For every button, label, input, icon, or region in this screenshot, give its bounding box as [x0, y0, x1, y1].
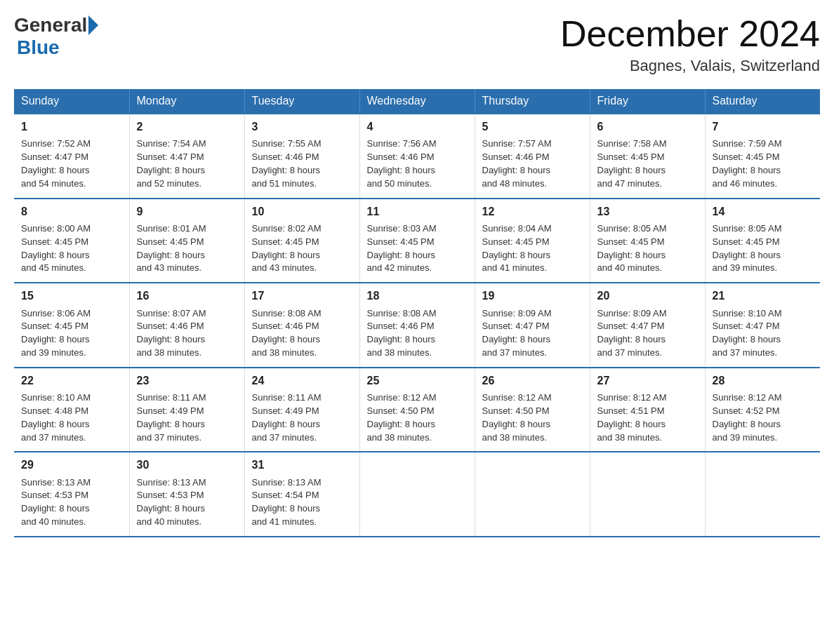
week-row-4: 22Sunrise: 8:10 AM Sunset: 4:48 PM Dayli… [14, 368, 820, 452]
day-cell: 9Sunrise: 8:01 AM Sunset: 4:45 PM Daylig… [129, 199, 244, 283]
day-cell: 30Sunrise: 8:13 AM Sunset: 4:53 PM Dayli… [129, 452, 244, 537]
day-number: 9 [137, 203, 237, 220]
header-saturday: Saturday [705, 89, 820, 114]
day-cell: 13Sunrise: 8:05 AM Sunset: 4:45 PM Dayli… [590, 199, 705, 283]
logo: General Blue [14, 14, 100, 59]
day-cell: 1Sunrise: 7:52 AM Sunset: 4:47 PM Daylig… [14, 114, 129, 199]
day-number: 7 [713, 119, 814, 135]
day-cell: 10Sunrise: 8:02 AM Sunset: 4:45 PM Dayli… [244, 199, 359, 283]
day-info: Sunrise: 7:52 AM Sunset: 4:47 PM Dayligh… [21, 137, 122, 190]
day-info: Sunrise: 8:11 AM Sunset: 4:49 PM Dayligh… [252, 391, 352, 444]
day-cell [705, 452, 820, 537]
header-friday: Friday [590, 89, 705, 114]
day-cell: 14Sunrise: 8:05 AM Sunset: 4:45 PM Dayli… [705, 199, 820, 283]
day-info: Sunrise: 8:02 AM Sunset: 4:45 PM Dayligh… [252, 222, 352, 275]
location: Bagnes, Valais, Switzerland [560, 57, 820, 75]
day-number: 27 [597, 373, 698, 389]
logo-general-text: General [14, 14, 87, 36]
day-cell: 5Sunrise: 7:57 AM Sunset: 4:46 PM Daylig… [475, 114, 590, 199]
month-title: December 2024 [560, 14, 820, 54]
header-monday: Monday [129, 89, 244, 114]
day-cell: 24Sunrise: 8:11 AM Sunset: 4:49 PM Dayli… [244, 368, 359, 452]
title-area: December 2024 Bagnes, Valais, Switzerlan… [560, 14, 820, 75]
day-info: Sunrise: 8:01 AM Sunset: 4:45 PM Dayligh… [137, 222, 237, 275]
header-wednesday: Wednesday [359, 89, 475, 114]
day-number: 19 [482, 288, 583, 304]
day-info: Sunrise: 8:13 AM Sunset: 4:53 PM Dayligh… [137, 476, 237, 529]
day-info: Sunrise: 8:08 AM Sunset: 4:46 PM Dayligh… [252, 307, 352, 360]
day-info: Sunrise: 7:58 AM Sunset: 4:45 PM Dayligh… [597, 137, 698, 190]
day-cell: 19Sunrise: 8:09 AM Sunset: 4:47 PM Dayli… [475, 283, 590, 368]
day-cell: 16Sunrise: 8:07 AM Sunset: 4:46 PM Dayli… [129, 283, 244, 368]
week-row-2: 8Sunrise: 8:00 AM Sunset: 4:45 PM Daylig… [14, 199, 820, 283]
day-info: Sunrise: 8:06 AM Sunset: 4:45 PM Dayligh… [21, 307, 122, 360]
day-cell: 7Sunrise: 7:59 AM Sunset: 4:45 PM Daylig… [705, 114, 820, 199]
day-number: 30 [137, 457, 237, 473]
day-cell: 27Sunrise: 8:12 AM Sunset: 4:51 PM Dayli… [590, 368, 705, 452]
page-header: General Blue December 2024 Bagnes, Valai… [14, 14, 820, 75]
day-info: Sunrise: 8:09 AM Sunset: 4:47 PM Dayligh… [597, 307, 698, 360]
day-cell: 3Sunrise: 7:55 AM Sunset: 4:46 PM Daylig… [244, 114, 359, 199]
week-row-5: 29Sunrise: 8:13 AM Sunset: 4:53 PM Dayli… [14, 452, 820, 537]
day-number: 31 [252, 457, 352, 473]
day-info: Sunrise: 7:56 AM Sunset: 4:46 PM Dayligh… [367, 137, 468, 190]
day-info: Sunrise: 8:05 AM Sunset: 4:45 PM Dayligh… [597, 222, 698, 275]
day-number: 15 [21, 288, 122, 304]
day-number: 1 [21, 119, 122, 135]
day-info: Sunrise: 7:54 AM Sunset: 4:47 PM Dayligh… [137, 137, 237, 190]
day-info: Sunrise: 8:10 AM Sunset: 4:48 PM Dayligh… [21, 391, 122, 444]
day-info: Sunrise: 8:10 AM Sunset: 4:47 PM Dayligh… [713, 307, 814, 360]
day-info: Sunrise: 8:04 AM Sunset: 4:45 PM Dayligh… [482, 222, 583, 275]
day-info: Sunrise: 8:07 AM Sunset: 4:46 PM Dayligh… [137, 307, 237, 360]
day-number: 17 [252, 288, 352, 304]
day-number: 24 [252, 373, 352, 389]
day-cell: 17Sunrise: 8:08 AM Sunset: 4:46 PM Dayli… [244, 283, 359, 368]
day-number: 8 [21, 203, 122, 220]
calendar-table: SundayMondayTuesdayWednesdayThursdayFrid… [14, 89, 820, 537]
day-cell: 25Sunrise: 8:12 AM Sunset: 4:50 PM Dayli… [359, 368, 475, 452]
day-number: 2 [137, 119, 237, 135]
day-info: Sunrise: 8:11 AM Sunset: 4:49 PM Dayligh… [137, 391, 237, 444]
week-row-3: 15Sunrise: 8:06 AM Sunset: 4:45 PM Dayli… [14, 283, 820, 368]
day-cell: 12Sunrise: 8:04 AM Sunset: 4:45 PM Dayli… [475, 199, 590, 283]
day-number: 5 [482, 119, 583, 135]
day-cell: 29Sunrise: 8:13 AM Sunset: 4:53 PM Dayli… [14, 452, 129, 537]
day-cell [590, 452, 705, 537]
day-cell: 21Sunrise: 8:10 AM Sunset: 4:47 PM Dayli… [705, 283, 820, 368]
day-info: Sunrise: 7:57 AM Sunset: 4:46 PM Dayligh… [482, 137, 583, 190]
day-number: 14 [713, 203, 814, 220]
day-info: Sunrise: 8:12 AM Sunset: 4:51 PM Dayligh… [597, 391, 698, 444]
day-number: 13 [597, 203, 698, 220]
day-number: 10 [252, 203, 352, 220]
day-info: Sunrise: 8:12 AM Sunset: 4:50 PM Dayligh… [482, 391, 583, 444]
logo-blue-text: Blue [17, 36, 60, 58]
day-cell: 28Sunrise: 8:12 AM Sunset: 4:52 PM Dayli… [705, 368, 820, 452]
day-cell: 2Sunrise: 7:54 AM Sunset: 4:47 PM Daylig… [129, 114, 244, 199]
day-cell: 11Sunrise: 8:03 AM Sunset: 4:45 PM Dayli… [359, 199, 475, 283]
week-row-1: 1Sunrise: 7:52 AM Sunset: 4:47 PM Daylig… [14, 114, 820, 199]
header-tuesday: Tuesday [244, 89, 359, 114]
day-cell: 8Sunrise: 8:00 AM Sunset: 4:45 PM Daylig… [14, 199, 129, 283]
day-number: 3 [252, 119, 352, 135]
day-number: 6 [597, 119, 698, 135]
day-info: Sunrise: 8:13 AM Sunset: 4:54 PM Dayligh… [252, 476, 352, 529]
day-cell: 20Sunrise: 8:09 AM Sunset: 4:47 PM Dayli… [590, 283, 705, 368]
day-number: 29 [21, 457, 122, 473]
header-sunday: Sunday [14, 89, 129, 114]
header-row: SundayMondayTuesdayWednesdayThursdayFrid… [14, 89, 820, 114]
day-cell: 22Sunrise: 8:10 AM Sunset: 4:48 PM Dayli… [14, 368, 129, 452]
day-number: 16 [137, 288, 237, 304]
day-cell: 23Sunrise: 8:11 AM Sunset: 4:49 PM Dayli… [129, 368, 244, 452]
day-cell: 15Sunrise: 8:06 AM Sunset: 4:45 PM Dayli… [14, 283, 129, 368]
day-info: Sunrise: 8:09 AM Sunset: 4:47 PM Dayligh… [482, 307, 583, 360]
day-info: Sunrise: 8:12 AM Sunset: 4:52 PM Dayligh… [713, 391, 814, 444]
day-cell: 18Sunrise: 8:08 AM Sunset: 4:46 PM Dayli… [359, 283, 475, 368]
day-number: 20 [597, 288, 698, 304]
day-info: Sunrise: 8:03 AM Sunset: 4:45 PM Dayligh… [367, 222, 468, 275]
day-cell: 31Sunrise: 8:13 AM Sunset: 4:54 PM Dayli… [244, 452, 359, 537]
logo-arrow-icon [88, 15, 98, 35]
day-number: 22 [21, 373, 122, 389]
day-cell: 6Sunrise: 7:58 AM Sunset: 4:45 PM Daylig… [590, 114, 705, 199]
day-number: 25 [367, 373, 468, 389]
day-info: Sunrise: 8:05 AM Sunset: 4:45 PM Dayligh… [713, 222, 814, 275]
